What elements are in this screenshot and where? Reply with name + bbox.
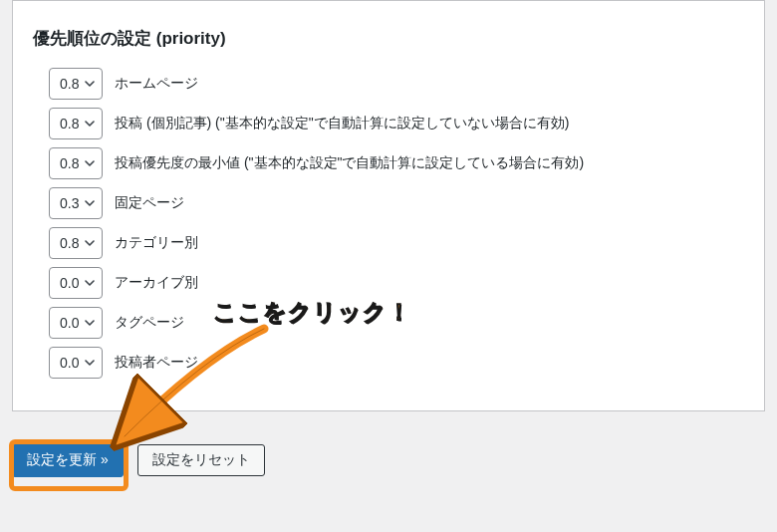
select-wrap: 0.0 bbox=[49, 347, 103, 379]
priority-rows: 0.8 ホームページ 0.8 投稿 (個別記事) ("基本的な設定"で自動計算に… bbox=[49, 68, 744, 379]
select-wrap: 0.8 bbox=[49, 108, 103, 139]
panel-title: 優先順位の設定 (priority) bbox=[33, 27, 744, 50]
row-label: 投稿 (個別記事) ("基本的な設定"で自動計算に設定していない場合に有効) bbox=[115, 115, 569, 133]
row-label: タグページ bbox=[115, 314, 184, 332]
update-settings-button[interactable]: 設定を更新 » bbox=[12, 443, 124, 477]
priority-select-pages[interactable]: 0.3 bbox=[49, 187, 103, 219]
select-wrap: 0.8 bbox=[49, 68, 103, 100]
row-home: 0.8 ホームページ bbox=[49, 68, 744, 100]
priority-select-tags[interactable]: 0.0 bbox=[49, 307, 103, 339]
row-label: 投稿者ページ bbox=[115, 354, 198, 372]
row-label: 投稿優先度の最小値 ("基本的な設定"で自動計算に設定している場合に有効) bbox=[115, 154, 584, 172]
row-categories: 0.8 カテゴリー別 bbox=[49, 227, 744, 259]
priority-settings-panel: 優先順位の設定 (priority) 0.8 ホームページ 0.8 投稿 (個別… bbox=[12, 0, 765, 411]
row-pages: 0.3 固定ページ bbox=[49, 187, 744, 219]
priority-select-posts[interactable]: 0.8 bbox=[49, 108, 103, 139]
row-label: カテゴリー別 bbox=[115, 234, 198, 252]
row-authors: 0.0 投稿者ページ bbox=[49, 347, 744, 379]
row-label: アーカイブ別 bbox=[115, 274, 198, 292]
select-wrap: 0.8 bbox=[49, 147, 103, 179]
select-wrap: 0.8 bbox=[49, 227, 103, 259]
priority-select-categories[interactable]: 0.8 bbox=[49, 227, 103, 259]
form-actions: 設定を更新 » 設定をリセット bbox=[0, 439, 777, 477]
priority-select-home[interactable]: 0.8 bbox=[49, 68, 103, 100]
priority-select-post-min[interactable]: 0.8 bbox=[49, 147, 103, 179]
row-tags: 0.0 タグページ bbox=[49, 307, 744, 339]
row-label: ホームページ bbox=[115, 75, 198, 93]
row-post-min: 0.8 投稿優先度の最小値 ("基本的な設定"で自動計算に設定している場合に有効… bbox=[49, 147, 744, 179]
priority-select-authors[interactable]: 0.0 bbox=[49, 347, 103, 379]
priority-select-archives[interactable]: 0.0 bbox=[49, 267, 103, 299]
select-wrap: 0.0 bbox=[49, 307, 103, 339]
row-posts: 0.8 投稿 (個別記事) ("基本的な設定"で自動計算に設定していない場合に有… bbox=[49, 108, 744, 139]
select-wrap: 0.0 bbox=[49, 267, 103, 299]
row-label: 固定ページ bbox=[115, 194, 184, 212]
reset-settings-button[interactable]: 設定をリセット bbox=[137, 444, 265, 476]
row-archives: 0.0 アーカイブ別 bbox=[49, 267, 744, 299]
select-wrap: 0.3 bbox=[49, 187, 103, 219]
